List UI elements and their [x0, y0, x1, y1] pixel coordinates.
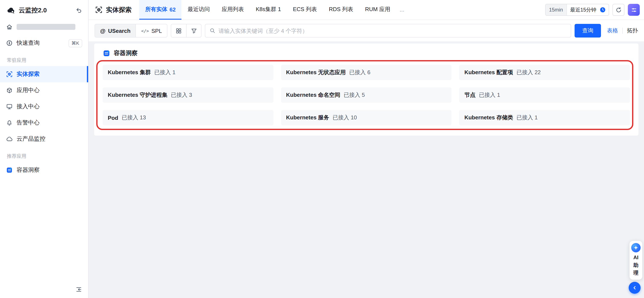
usearch-label: USearch	[108, 28, 130, 34]
quick-query-icon	[6, 40, 13, 47]
tab-all-entities[interactable]: 所有实体 62	[139, 0, 182, 20]
page-title: 实体探索	[88, 0, 139, 20]
entity-name: 节点	[464, 91, 476, 99]
main-area: 实体探索 所有实体 62 最近访问 应用列表 K8s集群 1 ECS 列表 RD…	[88, 0, 644, 298]
entity-status: 已接入 22	[516, 69, 541, 76]
entity-item-k8s-service[interactable]: Kubernetes 服务 已接入 10	[281, 110, 452, 125]
page-title-text: 实体探索	[106, 6, 132, 14]
entity-item-k8s-stateless-app[interactable]: Kubernetes 无状态应用 已接入 6	[281, 65, 452, 80]
sidebar: 云监控2.0 快速查询 ⌘K 常驻应用 实体探索	[0, 0, 88, 298]
entity-status: 已接入 1	[479, 91, 500, 99]
entity-name: Kubernetes 无状态应用	[286, 69, 346, 76]
tab-label: K8s集群 1	[256, 6, 281, 13]
entity-name: Kubernetes 配置项	[464, 69, 513, 76]
search-input[interactable]	[218, 28, 566, 34]
tab-rum-app[interactable]: RUM 应用	[359, 0, 396, 20]
alert-center-icon	[6, 119, 13, 126]
redacted-workspace-name	[16, 24, 76, 30]
entity-status: 已接入 6	[349, 69, 370, 76]
usearch-icon: @	[100, 28, 106, 34]
filter-button[interactable]	[186, 24, 201, 37]
entity-item-k8s-cluster[interactable]: Kubernetes 集群 已接入 1	[103, 65, 273, 80]
tabs-more-button[interactable]: ...	[396, 0, 408, 20]
logo-row: 云监控2.0	[0, 0, 88, 19]
search-toolbar: @ USearch </> SPL	[88, 20, 644, 41]
entity-explore-icon	[6, 71, 13, 78]
app-title: 云监控2.0	[19, 6, 72, 14]
tab-k8s-cluster[interactable]: K8s集群 1	[250, 0, 287, 20]
sidebar-item-cloud-product[interactable]: 云产品监控	[0, 131, 88, 147]
tab-recent[interactable]: 最近访问	[182, 0, 216, 20]
time-range-badge: 15min	[546, 4, 567, 15]
ai-assistant-label: 助	[633, 262, 638, 268]
time-range-picker[interactable]: 15min 最近15分钟	[545, 4, 609, 16]
entity-name: Kubernetes 守护进程集	[108, 91, 168, 99]
card-header: 容器洞察	[103, 50, 630, 57]
entity-name: Pod	[108, 114, 118, 121]
entity-name: Kubernetes 集群	[108, 69, 151, 76]
entity-item-pod[interactable]: Pod 已接入 13	[103, 110, 273, 125]
quick-query-label: 快速查询	[16, 39, 40, 47]
view-toggle-divider	[622, 28, 623, 34]
view-table-button[interactable]: 表格	[607, 27, 618, 35]
sidebar-item-app-center[interactable]: 应用中心	[0, 82, 88, 99]
app-center-icon	[6, 87, 13, 94]
tab-label: RDS 列表	[329, 6, 353, 13]
container-insight-card: 容器洞察 Kubernetes 集群 已接入 1 Kubernetes 无状态应…	[94, 44, 638, 136]
entity-item-k8s-daemonset[interactable]: Kubernetes 守护进程集 已接入 3	[103, 87, 273, 103]
sidebar-item-access-center[interactable]: 接入中心	[0, 99, 88, 115]
view-option-buttons	[171, 24, 202, 38]
shortcut-badge: ⌘K	[68, 39, 82, 47]
entity-item-k8s-namespace[interactable]: Kubernetes 命名空间 已接入 5	[281, 87, 452, 103]
access-center-icon	[6, 103, 13, 110]
section-recommend-apps: 推荐应用	[0, 147, 88, 162]
tab-label: 应用列表	[222, 6, 244, 13]
refresh-button[interactable]	[612, 4, 624, 16]
query-button[interactable]: 查询	[574, 24, 601, 38]
search-icon	[210, 28, 216, 34]
assistant-collapse-button[interactable]	[629, 282, 640, 294]
tab-rds-list[interactable]: RDS 列表	[323, 0, 359, 20]
ai-tools-button[interactable]	[628, 4, 640, 16]
ai-assistant-dock[interactable]: AI 助 理	[630, 241, 642, 280]
entity-item-node[interactable]: 节点 已接入 1	[459, 87, 630, 103]
sidebar-item-container-insight[interactable]: 容器洞察	[0, 162, 88, 178]
entity-status: 已接入 1	[516, 114, 538, 122]
layout-grid-button[interactable]	[171, 24, 186, 37]
query-mode-switch: @ USearch </> SPL	[94, 24, 168, 38]
tab-app-list[interactable]: 应用列表	[216, 0, 250, 20]
tab-ecs-list[interactable]: ECS 列表	[287, 0, 323, 20]
entity-item-k8s-storageclass[interactable]: Kubernetes 存储类 已接入 1	[459, 110, 630, 125]
tab-label: RUM 应用	[365, 6, 390, 13]
workspace-row[interactable]	[0, 19, 88, 35]
mode-usearch[interactable]: @ USearch	[95, 24, 136, 37]
view-topology-button[interactable]: 拓扑	[627, 27, 638, 35]
view-toggle: 表格 拓扑	[607, 27, 638, 35]
topbar-right: 15min 最近15分钟	[545, 0, 640, 20]
back-icon[interactable]	[76, 7, 82, 14]
section-title: 容器洞察	[114, 50, 138, 57]
container-insight-section-icon	[103, 50, 110, 57]
entity-name: Kubernetes 命名空间	[286, 91, 340, 99]
sidebar-item-entity-explore[interactable]: 实体探索	[0, 66, 88, 82]
cloud-monitor-logo-icon	[7, 6, 15, 15]
app-window: 云监控2.0 快速查询 ⌘K 常驻应用 实体探索	[0, 0, 644, 298]
container-insight-icon	[6, 167, 13, 173]
sidebar-item-label: 应用中心	[16, 87, 40, 94]
tab-count: 62	[170, 6, 176, 13]
clock-icon	[600, 7, 609, 13]
entity-search-box[interactable]	[205, 24, 571, 38]
entity-name: Kubernetes 服务	[286, 114, 329, 122]
sidebar-item-label: 告警中心	[16, 119, 40, 127]
sidebar-item-label: 云产品监控	[16, 135, 45, 143]
ai-assistant-label: AI	[633, 254, 638, 261]
ai-assistant-icon	[631, 243, 640, 252]
collapse-sidebar-icon[interactable]	[76, 286, 82, 293]
entity-status: 已接入 5	[344, 91, 365, 99]
ai-assistant-label: 理	[633, 270, 638, 276]
spl-label: SPL	[152, 28, 162, 34]
sidebar-item-alert-center[interactable]: 告警中心	[0, 115, 88, 131]
mode-spl[interactable]: </> SPL	[136, 24, 167, 37]
sidebar-item-quick-query[interactable]: 快速查询 ⌘K	[0, 35, 88, 51]
entity-item-k8s-configmap[interactable]: Kubernetes 配置项 已接入 22	[459, 65, 630, 80]
